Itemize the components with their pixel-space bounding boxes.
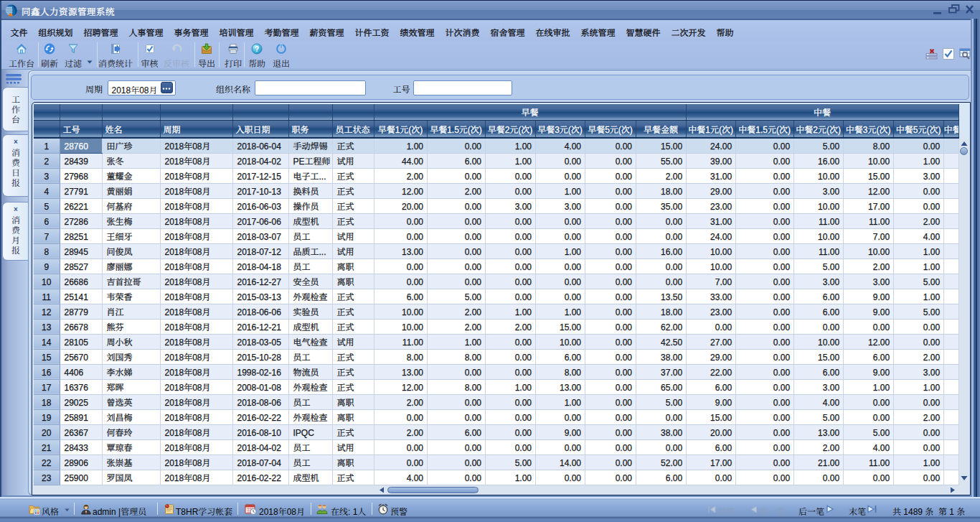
svg-text:?: ?: [255, 45, 259, 53]
